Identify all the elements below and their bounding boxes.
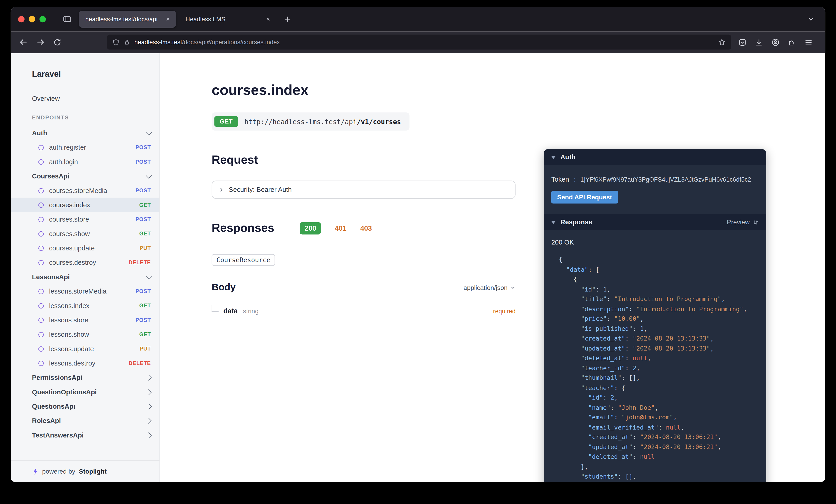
sidebar-item-courses.destroy[interactable]: courses.destroyDELETE — [11, 255, 159, 270]
sidebar-item-courses.update[interactable]: courses.updatePUT — [11, 241, 159, 255]
response-section-body: 200 OK { "data": [ { "id": 1, "title": "… — [544, 230, 766, 482]
back-button[interactable] — [19, 38, 28, 46]
window-close-button[interactable] — [18, 16, 24, 22]
response-tab-200[interactable]: 200 — [300, 222, 321, 234]
sidebar-item-overview[interactable]: Overview — [11, 92, 159, 105]
group-label: PermissionsApi — [32, 374, 82, 381]
sidebar-item-lessons.storeMedia[interactable]: lessons.storeMediaPOST — [11, 284, 159, 298]
sidebar-group-QuestionOptionsApi[interactable]: QuestionOptionsApi — [11, 385, 159, 399]
sidebar-group-Auth[interactable]: Auth — [11, 126, 159, 140]
token-value[interactable]: 1|YFf6XPwf9N97auY3PgOFS4ujVZL3AJtGzvPuH6… — [581, 176, 751, 183]
endpoint-label: lessons.store — [49, 316, 88, 324]
group-label: TestAnswersApi — [32, 431, 84, 439]
code-line: "data": [ — [559, 265, 759, 274]
responses-row: Responses 200401403 — [212, 221, 516, 235]
response-code[interactable]: { "data": [ { "id": 1, "title": "Introdu… — [551, 255, 759, 482]
field-type: string — [243, 307, 259, 315]
firefox-view-icon[interactable] — [63, 15, 72, 24]
chevron-right-icon — [146, 389, 152, 395]
operation-doc: courses.index GET http://headless-lms.te… — [212, 82, 516, 315]
url-text: headless-lms.test/docs/api#/operations/c… — [134, 39, 280, 45]
reload-button[interactable] — [53, 38, 61, 46]
method-label: PUT — [139, 245, 151, 251]
sidebar-item-courses.store[interactable]: courses.storePOST — [11, 212, 159, 226]
sidebar-group-RolesApi[interactable]: RolesApi — [11, 413, 159, 428]
endpoint-label: lessons.index — [49, 302, 90, 309]
method-label: DELETE — [129, 259, 151, 265]
send-api-request-button[interactable]: Send API Request — [551, 191, 618, 203]
response-tab-403[interactable]: 403 — [360, 224, 372, 232]
schema-field-row: data string required — [212, 307, 516, 315]
pocket-save-icon[interactable] — [739, 38, 746, 46]
window-minimize-button[interactable] — [29, 16, 35, 22]
token-label: Token — [551, 176, 569, 183]
sidebar-group-TestAnswersApi[interactable]: TestAnswersApi — [11, 428, 159, 442]
endpoint-label: courses.index — [49, 201, 90, 209]
forward-button[interactable] — [36, 38, 45, 46]
tab-list-chevron-icon[interactable] — [807, 16, 818, 23]
code-line: "id": 2, — [559, 393, 759, 403]
screen: headless-lms.test/docs/api Headless LMS — [0, 0, 836, 504]
sidebar-group-QuestionsApi[interactable]: QuestionsApi — [11, 399, 159, 413]
lock-icon[interactable] — [124, 39, 130, 45]
endpoint-label: auth.register — [49, 144, 86, 151]
url-bar[interactable]: headless-lms.test/docs/api#/operations/c… — [107, 35, 731, 50]
stoplight-brand: Stoplight — [79, 468, 107, 476]
window-zoom-button[interactable] — [40, 16, 46, 22]
code-line: "teacher": { — [559, 383, 759, 392]
sidebar-item-auth.login[interactable]: auth.loginPOST — [11, 155, 159, 169]
sidebar-group-PermissionsApi[interactable]: PermissionsApi — [11, 370, 159, 385]
sidebar-item-courses.index[interactable]: courses.indexGET — [11, 198, 159, 212]
sidebar: Laravel Overview ENDPOINTS Authauth.regi… — [11, 53, 160, 482]
sidebar-item-lessons.show[interactable]: lessons.showGET — [11, 327, 159, 342]
responses-heading: Responses — [212, 221, 274, 235]
sidebar-item-lessons.index[interactable]: lessons.indexGET — [11, 298, 159, 313]
tab-inactive[interactable]: Headless LMS — [179, 11, 276, 28]
sidebar-group-CoursesApi[interactable]: CoursesApi — [11, 169, 159, 183]
menu-hamburger-icon[interactable] — [805, 38, 813, 46]
content-type-select[interactable]: application/json — [463, 284, 515, 291]
tab-active[interactable]: headless-lms.test/docs/api — [79, 11, 176, 28]
body-row: Body application/json — [212, 282, 516, 293]
status-badge: 200 OK — [551, 239, 759, 246]
chevron-right-icon — [146, 403, 152, 409]
auth-header-label: Auth — [560, 153, 576, 161]
operation-icon — [38, 361, 44, 366]
downloads-icon[interactable] — [755, 38, 763, 46]
operation-icon — [38, 260, 44, 265]
auth-section-header[interactable]: Auth — [544, 149, 766, 165]
group-label: QuestionOptionsApi — [32, 388, 97, 396]
url-domain: headless-lms.test — [134, 39, 182, 45]
response-section-header[interactable]: Response Preview — [544, 214, 766, 230]
sidebar-item-lessons.destroy[interactable]: lessons.destroyDELETE — [11, 356, 159, 370]
extensions-puzzle-icon[interactable] — [788, 38, 796, 46]
new-tab-button[interactable] — [284, 16, 291, 23]
code-line: "updated_at": "2024-08-20 13:13:33", — [559, 344, 759, 353]
group-label: QuestionsApi — [32, 403, 75, 410]
sidebar-item-lessons.store[interactable]: lessons.storePOST — [11, 313, 159, 327]
preview-toggle[interactable]: Preview — [727, 218, 759, 226]
response-tab-401[interactable]: 401 — [335, 224, 346, 232]
sidebar-item-courses.show[interactable]: courses.showGET — [11, 226, 159, 241]
security-expander[interactable]: Security: Bearer Auth — [212, 181, 516, 199]
powered-by-footer[interactable]: powered by Stoplight — [11, 460, 159, 482]
code-line: { — [559, 255, 759, 265]
operation-icon — [38, 188, 44, 193]
bookmark-star-icon[interactable] — [718, 38, 726, 46]
endpoint-label: lessons.show — [49, 331, 89, 338]
sidebar-item-auth.register[interactable]: auth.registerPOST — [11, 140, 159, 154]
close-icon[interactable] — [266, 17, 271, 22]
endpoint-label: courses.storeMedia — [49, 187, 107, 194]
sidebar-group-LessonsApi[interactable]: LessonsApi — [11, 270, 159, 284]
sidebar-item-courses.storeMedia[interactable]: courses.storeMediaPOST — [11, 183, 159, 197]
close-icon[interactable] — [165, 17, 171, 22]
sidebar-item-lessons.update[interactable]: lessons.updatePUT — [11, 342, 159, 356]
account-icon[interactable] — [772, 38, 779, 46]
endpoint-label: lessons.storeMedia — [49, 287, 107, 295]
method-label: POST — [136, 216, 151, 222]
tracking-shield-icon[interactable] — [112, 39, 119, 46]
endpoint-label: lessons.update — [49, 345, 94, 353]
code-line: "id": 1, — [559, 284, 759, 294]
tree-connector — [212, 305, 219, 312]
group-label: RolesApi — [32, 417, 61, 424]
